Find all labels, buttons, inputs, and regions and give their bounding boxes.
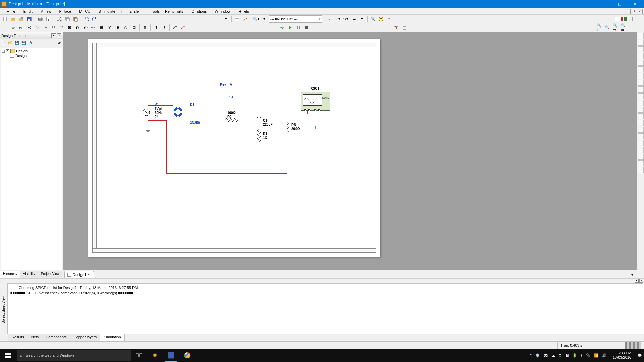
toolbox-rename-button[interactable]: ✎ <box>28 40 34 46</box>
hierarchy-up-button[interactable]: ⬆ <box>152 24 160 32</box>
taskbar-app-chrome[interactable] <box>179 349 195 362</box>
redo-button[interactable] <box>91 15 98 23</box>
new-button[interactable] <box>1 15 9 23</box>
menu-tools[interactable]: Tools <box>143 9 162 14</box>
document-tab[interactable]: Design1 * <box>64 271 94 278</box>
restore-button[interactable]: ▢ <box>612 0 627 8</box>
instrument-agilent-scope[interactable] <box>638 140 644 146</box>
instrument-logic-conv[interactable] <box>638 93 644 99</box>
tray-icon-bluetooth[interactable]: ᚼ <box>580 353 583 357</box>
tray-icon-network[interactable]: 📶 <box>594 353 599 358</box>
instrument-agilent-mm[interactable] <box>638 133 644 139</box>
place-source-button[interactable]: ÷ <box>1 24 9 32</box>
instrument-multimeter[interactable] <box>638 33 644 39</box>
close-button[interactable]: ✕ <box>627 0 643 8</box>
tray-icon-6[interactable]: 🔋 <box>572 353 577 358</box>
instrument-freq-counter[interactable] <box>638 73 644 79</box>
tray-icon-2[interactable]: 🐼 <box>543 353 548 358</box>
menu-file[interactable]: File <box>1 9 18 14</box>
menu-help[interactable]: Help <box>233 9 252 14</box>
place-electromech-button[interactable]: ⊕ <box>114 24 121 32</box>
place-power-button[interactable]: ⏻ <box>82 24 89 32</box>
menu-place[interactable]: Place <box>54 9 74 14</box>
undo-button[interactable] <box>83 15 90 23</box>
instrument-word-gen[interactable] <box>638 80 644 86</box>
taskbar-search[interactable]: ⌕ Search the web and Windows <box>17 350 131 361</box>
view-split-v-button[interactable] <box>198 15 206 23</box>
instrument-oscilloscope[interactable] <box>638 53 644 59</box>
paste-button[interactable] <box>72 15 79 23</box>
taskbar-app-multisim[interactable] <box>163 349 179 362</box>
zoom-area-button[interactable]: 🔍▭ <box>612 24 620 32</box>
instrument-fgen[interactable] <box>638 40 644 46</box>
instrument-tek-scope[interactable] <box>638 147 644 153</box>
tray-icon-3[interactable]: ☁ <box>551 353 555 358</box>
output-tab-copper[interactable]: Copper layers <box>70 334 100 341</box>
menu-options[interactable]: Options <box>186 9 209 14</box>
forward-annotate-button[interactable]: ↪▾ <box>342 15 350 23</box>
task-view-button[interactable] <box>131 349 147 362</box>
instrument-iv[interactable] <box>638 100 644 106</box>
instrument-spectrum[interactable] <box>638 113 644 119</box>
tray-icon-power[interactable]: 🔌 <box>586 353 591 358</box>
panel-close-button[interactable]: ✕ <box>57 33 61 38</box>
menu-view[interactable]: View <box>35 9 54 14</box>
palette-tab-hierarchy[interactable]: Hierarchy <box>0 271 20 278</box>
taskbar-clock[interactable]: 6:33 PM 18/03/2016 <box>610 351 634 360</box>
toolbox-saveall-button[interactable]: 💾 <box>21 40 27 46</box>
place-wire-button[interactable] <box>179 24 187 32</box>
help-button[interactable]: ? <box>385 15 393 23</box>
place-cmos-button[interactable]: 品 <box>50 24 57 32</box>
instrument-4ch-scope[interactable] <box>638 60 644 66</box>
schematic-sheet[interactable]: V1 1Vpk 50Hz 0° D1 3N259 <box>88 39 380 257</box>
instrument-elvis[interactable] <box>638 160 644 166</box>
instrument-current-probe[interactable] <box>638 167 644 173</box>
palette-tab-project[interactable]: Project View <box>38 271 62 278</box>
place-misc-button[interactable]: MISC <box>90 24 97 32</box>
copy-button[interactable] <box>64 15 71 23</box>
tray-icon-1[interactable]: 🛡️ <box>535 353 540 358</box>
view-full-button[interactable] <box>190 15 198 23</box>
output-tab-components[interactable]: Components <box>42 334 70 341</box>
mdi-minimize-button[interactable]: _ <box>624 9 630 14</box>
in-use-list-dropdown[interactable]: --- In-Use List --- <box>269 15 322 23</box>
place-mixed-button[interactable]: ⊞ <box>66 24 73 32</box>
place-advanced-button[interactable]: ▦ <box>98 24 105 32</box>
instrument-bode[interactable] <box>638 66 644 72</box>
hierarchy-down-button[interactable]: ⬇ <box>160 24 168 32</box>
view-split-h-button[interactable] <box>206 15 214 23</box>
stop-button[interactable] <box>303 24 310 32</box>
place-diode-button[interactable] <box>17 24 25 32</box>
save-button[interactable] <box>25 15 33 23</box>
panel-dropdown-button[interactable]: ▾ <box>51 33 56 38</box>
output-tab-simulation[interactable]: Simulation <box>100 334 124 341</box>
instrument-logic-analyzer[interactable] <box>638 86 644 93</box>
place-analog-button[interactable]: ▷ <box>34 24 41 32</box>
place-bus-button[interactable] <box>171 24 179 32</box>
info-button[interactable]: ? <box>377 15 385 23</box>
open-button[interactable] <box>9 15 17 23</box>
menu-mcu[interactable]: MCU <box>74 9 93 14</box>
tree-child[interactable]: Design1 <box>2 53 61 58</box>
layers-button[interactable]: ▾ <box>222 15 230 23</box>
comp-list-button[interactable]: ▾ <box>261 15 268 23</box>
zoom-out-button[interactable]: 🔍- <box>604 24 612 32</box>
run-button[interactable] <box>287 24 294 32</box>
menu-simulate[interactable]: Simulate <box>93 9 118 14</box>
tray-icon-4[interactable]: ⚙ <box>558 353 562 358</box>
print-button[interactable] <box>37 15 44 23</box>
tray-icon-volume[interactable]: 🔊 <box>602 353 607 358</box>
place-basic-button[interactable] <box>9 24 17 32</box>
back-annotate-button[interactable]: ↩▾ <box>334 15 341 23</box>
view-quad-button[interactable] <box>214 15 222 23</box>
tray-show-hidden[interactable]: ˄ <box>530 353 532 358</box>
cut-button[interactable] <box>56 15 63 23</box>
start-button[interactable] <box>0 349 16 362</box>
transfer-button[interactable]: ⇄ <box>350 15 358 23</box>
fullscreen-button[interactable]: ⛶ <box>629 24 636 32</box>
place-ni-button[interactable]: ◎ <box>122 24 129 32</box>
taskbar-app-1[interactable]: 🦁 <box>147 349 163 362</box>
menu-window[interactable]: Window <box>209 9 233 14</box>
mdi-restore-button[interactable]: ❐ <box>630 9 636 14</box>
open-samples-button[interactable] <box>17 15 25 23</box>
